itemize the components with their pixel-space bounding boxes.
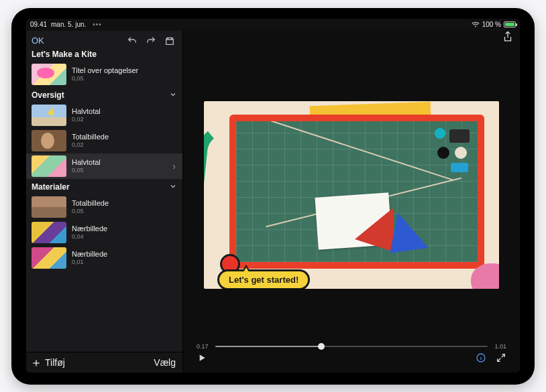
battery-icon bbox=[504, 21, 516, 27]
scrubber[interactable]: 0.17 1.01 bbox=[197, 342, 506, 351]
multitask-dots-icon[interactable]: ••• bbox=[93, 21, 102, 28]
clip-label: Totalbillede bbox=[72, 199, 109, 208]
fullscreen-button[interactable] bbox=[496, 352, 506, 366]
clip-thumbnail bbox=[32, 130, 66, 151]
clip-row[interactable]: Nærbillede0,04 bbox=[26, 220, 182, 245]
transport-bar: 0.17 1.01 bbox=[183, 338, 520, 373]
preview-canvas: Let's get started! bbox=[204, 101, 499, 289]
clip-row[interactable]: Nærbillede0,01 bbox=[26, 245, 182, 271]
video-preview[interactable]: Let's get started! bbox=[183, 46, 520, 338]
undo-button[interactable] bbox=[125, 34, 140, 48]
clip-row[interactable]: Halvtotal0,05› bbox=[26, 153, 182, 179]
clip-thumbnail bbox=[32, 222, 66, 243]
clip-row[interactable]: Totalbillede0,05 bbox=[26, 194, 182, 220]
clip-label: Halvtotal bbox=[72, 107, 101, 116]
redo-button[interactable] bbox=[144, 34, 158, 48]
clip-label: Nærbillede bbox=[72, 250, 107, 259]
speech-bubble: Let's get started! bbox=[217, 269, 310, 289]
speech-bubble-text: Let's get started! bbox=[229, 275, 298, 285]
clip-row[interactable]: Halvtotal0,02 bbox=[26, 103, 182, 128]
title-clip-duration: 0,05 bbox=[72, 75, 138, 82]
section-header[interactable]: Materialer bbox=[26, 179, 182, 194]
clip-duration: 0,02 bbox=[72, 116, 101, 123]
sidebar-topbar: OK bbox=[26, 31, 182, 50]
storyboard-toggle-button[interactable] bbox=[162, 34, 177, 48]
clip-thumbnail bbox=[32, 196, 66, 218]
add-button-label: Tilføj bbox=[45, 357, 65, 368]
clip-thumbnail bbox=[32, 155, 66, 177]
share-button[interactable] bbox=[502, 31, 513, 46]
status-date: man. 5. jun. bbox=[51, 21, 86, 28]
project-title: Let's Make a Kite bbox=[26, 50, 182, 62]
plus-icon: ＋ bbox=[30, 356, 42, 369]
title-clip-label: Titel over optagelser bbox=[72, 66, 138, 75]
status-time: 09.41 bbox=[30, 21, 47, 28]
ipad-frame: 09.41 man. 5. jun. ••• 100 % OK bbox=[11, 8, 535, 385]
screen: 09.41 man. 5. jun. ••• 100 % OK bbox=[26, 19, 520, 373]
sidebar: OK Let's Make a Kite T bbox=[26, 31, 183, 373]
wifi-icon bbox=[472, 21, 480, 28]
title-clip-thumbnail bbox=[32, 64, 66, 85]
chevron-down-icon bbox=[169, 182, 177, 192]
clip-row[interactable]: Totalbillede0,02 bbox=[26, 128, 182, 153]
preview-pane: Let's get started! 0.17 1.01 bbox=[183, 31, 520, 373]
clip-duration: 0,02 bbox=[72, 141, 109, 148]
ok-button[interactable]: OK bbox=[32, 36, 44, 46]
select-button-label: Vælg bbox=[154, 357, 176, 368]
clip-label: Halvtotal bbox=[72, 158, 101, 167]
section-header[interactable]: Oversigt bbox=[26, 87, 182, 103]
clip-label: Totalbillede bbox=[72, 133, 109, 141]
section-title: Materialer bbox=[32, 182, 70, 192]
add-button[interactable]: ＋ Tilføj bbox=[30, 356, 65, 369]
clip-thumbnail bbox=[32, 105, 66, 126]
select-button[interactable]: Vælg bbox=[154, 357, 176, 368]
play-button[interactable] bbox=[197, 352, 207, 366]
section-title: Oversigt bbox=[32, 90, 64, 100]
clip-label: Nærbillede bbox=[72, 224, 107, 233]
clip-thumbnail bbox=[32, 247, 66, 269]
clip-duration: 0,04 bbox=[72, 233, 107, 240]
photo-frame bbox=[229, 115, 484, 269]
chevron-down-icon bbox=[169, 90, 177, 101]
title-clip-row[interactable]: Titel over optagelser 0,05 bbox=[26, 62, 182, 87]
sidebar-bottombar: ＋ Tilføj Vælg bbox=[26, 352, 182, 373]
chevron-right-icon: › bbox=[172, 161, 177, 172]
clip-duration: 0,05 bbox=[72, 167, 101, 174]
clip-duration: 0,05 bbox=[72, 208, 109, 214]
status-bar: 09.41 man. 5. jun. ••• 100 % bbox=[26, 19, 520, 31]
info-button[interactable] bbox=[476, 352, 486, 366]
clip-duration: 0,01 bbox=[72, 259, 107, 265]
battery-pct: 100 % bbox=[482, 21, 501, 28]
scrubber-track[interactable] bbox=[215, 346, 488, 347]
